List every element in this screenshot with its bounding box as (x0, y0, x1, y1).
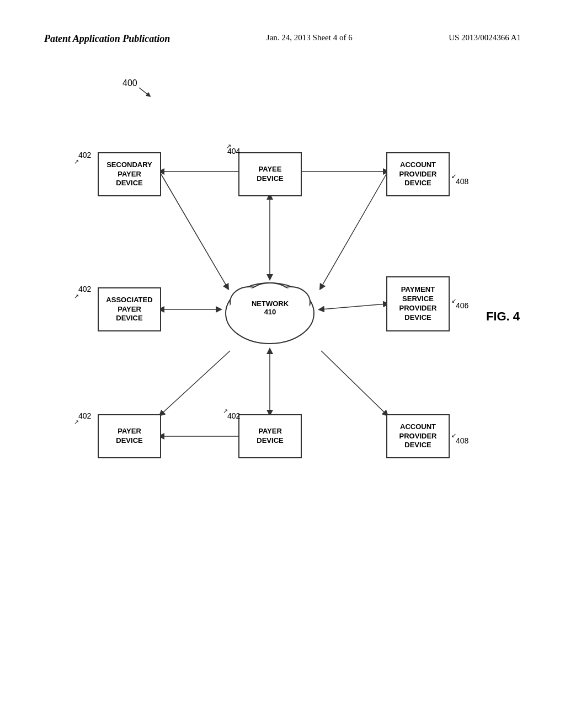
account-provider-bottom-box: ACCOUNTPROVIDERDEVICE (386, 414, 450, 458)
svg-line-1 (139, 88, 149, 95)
network-label: NETWORK (252, 299, 289, 308)
header-patent-number: US 2013/0024366 A1 (449, 33, 521, 42)
network-cloud: NETWORK 410 (219, 277, 321, 349)
diagram-number-label: 400 (122, 78, 156, 101)
svg-line-4 (321, 174, 386, 287)
svg-text:400: 400 (122, 78, 137, 88)
payee-device-box: PAYEEDEVICE (238, 152, 302, 196)
payer-bottom-left-tick: ↗ (74, 419, 79, 426)
page: Patent Application Publication Jan. 24, … (0, 0, 565, 728)
payer-bottom-left-label: 402 (78, 411, 91, 420)
payment-service-label: 406 (456, 301, 468, 310)
header-date-sheet: Jan. 24, 2013 Sheet 4 of 6 (266, 33, 353, 42)
svg-line-7 (161, 351, 230, 414)
payment-service-tick: ↙ (451, 297, 456, 304)
header: Patent Application Publication Jan. 24, … (44, 33, 521, 45)
associated-payer-tick: ↗ (74, 293, 79, 300)
secondary-payer-device-box: SECONDARYPAYERDEVICE (98, 152, 161, 196)
payment-service-provider-box: PAYMENTSERVICEPROVIDERDEVICE (386, 276, 450, 331)
account-provider-top-label: 408 (456, 177, 468, 186)
secondary-payer-label: 402 (78, 151, 91, 159)
arrows-overlay (45, 50, 520, 657)
svg-line-9 (321, 351, 386, 414)
associated-payer-device-box: ASSOCIATEDPAYERDEVICE (98, 287, 161, 331)
payer-device-bottom-left-box: PAYERDEVICE (98, 414, 161, 458)
payer-bottom-center-tick: ↗ (223, 408, 228, 415)
svg-line-2 (161, 174, 227, 287)
account-provider-top-box: ACCOUNTPROVIDERDEVICE (386, 152, 450, 196)
account-provider-top-tick: ↙ (451, 173, 456, 180)
account-provider-bottom-label: 408 (456, 436, 468, 445)
network-number: 410 (264, 308, 276, 316)
secondary-payer-tick: ↗ (74, 158, 79, 165)
account-provider-bottom-tick: ↙ (451, 432, 456, 439)
header-publication-label: Patent Application Publication (44, 33, 170, 45)
payer-bottom-center-label: 402 (227, 411, 240, 420)
svg-line-6 (321, 304, 386, 309)
associated-payer-label: 402 (78, 285, 91, 293)
payer-device-bottom-center-box: PAYERDEVICE (238, 414, 302, 458)
payee-tick: ↗ (226, 143, 231, 150)
diagram-area: 400 (45, 50, 520, 657)
fig-label: FIG. 4 (486, 309, 520, 324)
